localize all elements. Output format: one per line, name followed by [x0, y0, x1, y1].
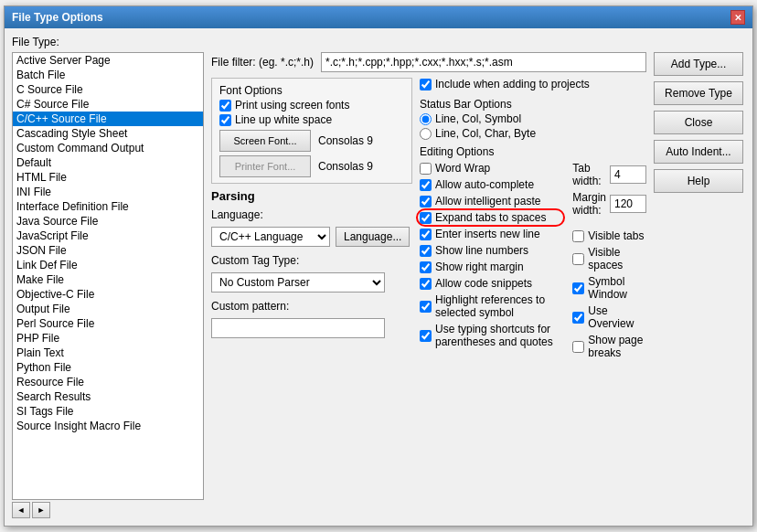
use-overview-label: Use Overview	[588, 304, 646, 330]
buttons-column: Add Type... Remove Type Close Auto Inden…	[654, 52, 745, 518]
list-item[interactable]: Make File	[13, 272, 203, 287]
include-row: Include when adding to projects	[420, 78, 646, 90]
list-item[interactable]: Plain Text	[13, 346, 203, 360]
line-up-whitespace-checkbox[interactable]	[219, 114, 231, 126]
section-mid: Include when adding to projects Status B…	[420, 78, 646, 361]
list-item[interactable]: Cascading Style Sheet	[13, 126, 203, 141]
show-right-margin-checkbox[interactable]	[420, 261, 432, 273]
list-item[interactable]: HTML File	[13, 170, 203, 185]
file-list[interactable]: Active Server PageBatch FileC Source Fil…	[13, 53, 203, 499]
close-button[interactable]: Close	[654, 111, 743, 134]
allow-code-snippets-row: Allow code snippets	[420, 277, 561, 290]
file-list-container: Active Server PageBatch FileC Source Fil…	[12, 52, 204, 500]
tab-width-label: Tab width:	[572, 162, 606, 187]
custom-pattern-label: Custom pattern:	[211, 300, 412, 313]
language-dropdown-row: C/C++ Language Language...	[211, 227, 412, 247]
status-bar-option2-radio[interactable]	[420, 128, 432, 140]
symbol-window-row: Symbol Window	[572, 275, 646, 301]
expand-tabs-row: Expand tabs to spaces	[420, 211, 561, 224]
custom-tag-label: Custom Tag Type:	[211, 254, 412, 267]
list-item[interactable]: C/C++ Source File	[13, 112, 203, 126]
list-item[interactable]: Java Source File	[13, 214, 203, 229]
list-item[interactable]: Objective-C File	[13, 287, 203, 302]
remove-type-button[interactable]: Remove Type	[654, 81, 743, 105]
filter-input[interactable]	[321, 52, 646, 72]
add-type-button[interactable]: Add Type...	[654, 52, 743, 76]
help-button[interactable]: Help	[654, 169, 743, 193]
symbol-window-checkbox[interactable]	[572, 282, 584, 294]
print-screen-fonts-row: Print using screen fonts	[219, 99, 404, 112]
printer-font-buttons: Printer Font... Consolas 9	[219, 155, 404, 177]
filter-label: File filter: (eg. *.c;*.h)	[211, 56, 314, 69]
visible-tabs-checkbox[interactable]	[572, 230, 584, 242]
show-line-numbers-label: Show line numbers	[435, 244, 528, 257]
list-item[interactable]: PHP File	[13, 331, 203, 346]
list-item[interactable]: JSON File	[13, 243, 203, 258]
status-bar-section: Include when adding to projects Status B…	[420, 78, 646, 140]
use-overview-checkbox[interactable]	[572, 312, 584, 324]
custom-tag-dropdown[interactable]: No Custom Parser	[211, 272, 385, 293]
list-item[interactable]: Active Server Page	[13, 53, 203, 68]
auto-indent-button[interactable]: Auto Indent...	[654, 140, 743, 164]
word-wrap-label: Word Wrap	[435, 162, 490, 175]
tab-width-input[interactable]	[610, 165, 646, 184]
autocomplete-row: Allow auto-complete	[420, 178, 561, 191]
status-bar-option2-label: Line, Col, Char, Byte	[435, 127, 536, 140]
visible-spaces-checkbox[interactable]	[572, 253, 584, 265]
list-item[interactable]: Source Insight Macro File	[13, 419, 203, 433]
show-line-numbers-row: Show line numbers	[420, 244, 561, 257]
printer-font-name: Consolas 9	[318, 160, 373, 173]
main-content: Active Server PageBatch FileC Source Fil…	[12, 52, 745, 518]
screen-font-button[interactable]: Screen Font...	[219, 130, 311, 152]
title-bar: File Type Options ✕	[5, 6, 752, 28]
status-bar-radio-group: Line, Col, Symbol Line, Col, Char, Byte	[420, 112, 646, 140]
list-item[interactable]: Batch File	[13, 68, 203, 82]
print-screen-fonts-checkbox[interactable]	[219, 100, 231, 112]
close-icon[interactable]: ✕	[730, 10, 745, 25]
list-item[interactable]: Interface Definition File	[13, 199, 203, 214]
editing-section: Editing Options Word Wrap	[420, 145, 646, 361]
expand-tabs-label: Expand tabs to spaces	[435, 211, 546, 224]
enter-inserts-checkbox[interactable]	[420, 229, 432, 240]
include-checkbox[interactable]	[420, 79, 432, 90]
show-line-numbers-checkbox[interactable]	[420, 245, 432, 257]
list-item[interactable]: Link Def File	[13, 258, 203, 272]
list-item[interactable]: C# Source File	[13, 97, 203, 112]
list-item[interactable]: Custom Command Output	[13, 141, 203, 155]
dialog-body: File Type: Active Server PageBatch FileC…	[5, 28, 752, 526]
typing-shortcuts-checkbox[interactable]	[420, 330, 432, 342]
right-panel: File filter: (eg. *.c;*.h) Font Options …	[211, 52, 646, 518]
list-item[interactable]: Output File	[13, 302, 203, 316]
list-item[interactable]: Default	[13, 155, 203, 170]
show-page-breaks-checkbox[interactable]	[572, 341, 584, 353]
list-item[interactable]: Resource File	[13, 375, 203, 389]
autocomplete-label: Allow auto-complete	[435, 178, 534, 191]
list-item[interactable]: Search Results	[13, 389, 203, 404]
list-item[interactable]: Python File	[13, 360, 203, 375]
dialog: File Type Options ✕ File Type: Active Se…	[4, 5, 753, 527]
list-right-btn[interactable]: ►	[32, 502, 50, 518]
list-item[interactable]: INI File	[13, 185, 203, 199]
intelligent-paste-checkbox[interactable]	[420, 196, 432, 207]
autocomplete-checkbox[interactable]	[420, 179, 432, 191]
use-overview-row: Use Overview	[572, 304, 646, 330]
custom-pattern-input[interactable]	[211, 318, 385, 338]
printer-font-button[interactable]: Printer Font...	[219, 155, 311, 177]
allow-code-snippets-checkbox[interactable]	[420, 278, 432, 290]
list-item[interactable]: C Source File	[13, 82, 203, 97]
highlight-references-checkbox[interactable]	[420, 301, 432, 313]
list-item[interactable]: JavaScript File	[13, 229, 203, 243]
status-bar-option1-radio[interactable]	[420, 113, 432, 125]
expand-tabs-checkbox[interactable]	[420, 212, 432, 224]
enter-inserts-label: Enter inserts new line	[435, 228, 540, 240]
word-wrap-checkbox[interactable]	[420, 163, 432, 175]
list-left-btn[interactable]: ◄	[12, 502, 30, 518]
language-dropdown[interactable]: C/C++ Language	[211, 227, 330, 247]
list-item[interactable]: Perl Source File	[13, 316, 203, 331]
list-nav: ◄ ►	[12, 502, 204, 518]
visible-tabs-label: Visible tabs	[588, 229, 644, 242]
editing-cols: Word Wrap Allow auto-complete Allow inte…	[420, 162, 646, 361]
language-button[interactable]: Language...	[336, 227, 410, 247]
list-item[interactable]: SI Tags File	[13, 404, 203, 419]
margin-width-input[interactable]	[610, 195, 646, 213]
